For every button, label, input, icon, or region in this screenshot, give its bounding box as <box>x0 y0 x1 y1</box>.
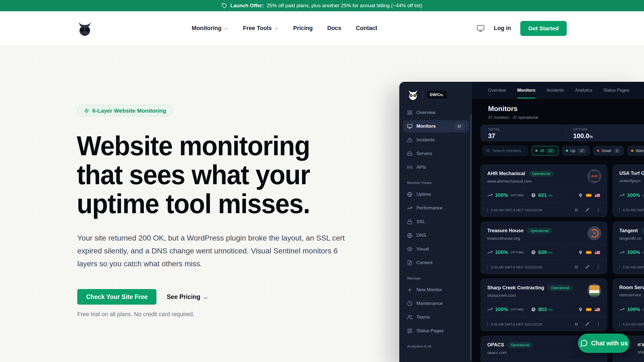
monitor-timestamp: 5:53 AM GMT-6 MDT 03/22/2026 <box>491 208 542 212</box>
kebab-menu-icon[interactable] <box>596 208 601 212</box>
sidebar-scrollbar[interactable] <box>470 114 471 360</box>
sidebar-item-ssl[interactable]: SSL <box>403 216 469 228</box>
usa-flag-icon <box>595 251 600 254</box>
stat-uptime-unit: % <box>589 134 593 139</box>
hero-title: Website monitoring that sees what your u… <box>77 131 310 218</box>
uptime-label: UPTIME <box>511 308 524 311</box>
pause-icon[interactable] <box>574 322 579 326</box>
sidebar-item-dns[interactable]: DNS <box>403 229 469 242</box>
timestamp-accent <box>487 265 488 269</box>
trending-up-icon <box>619 250 625 255</box>
sidebar-item-maintenance[interactable]: Maintenance <box>403 297 469 310</box>
tab-overview[interactable]: Overview <box>488 82 506 98</box>
monitor-card[interactable]: USA Turf Gu usaturfguy.c 100% UPTIME <box>613 164 644 217</box>
tag-icon <box>222 3 227 9</box>
main-navbar: Monitoring Free Tools Pricing Docs Conta… <box>0 11 644 46</box>
timestamp-accent <box>619 208 620 212</box>
sidebar-item-label: Overview <box>416 110 436 115</box>
tab-monitors[interactable]: Monitors <box>517 82 536 98</box>
monitor-card[interactable]: AHR Mechanical Operational www.ahrmechan… <box>481 164 607 217</box>
check-site-button[interactable]: Check Your Site Free <box>77 289 156 305</box>
edit-pencil-icon[interactable] <box>585 322 590 326</box>
nav-docs[interactable]: Docs <box>327 25 341 32</box>
monitor-cards-grid: AHR Mechanical Operational www.ahrmechan… <box>481 164 644 362</box>
kebab-menu-icon[interactable] <box>596 322 601 326</box>
sidebar-item-incidents[interactable]: Incidents <box>403 134 469 146</box>
sidebar-item-new-monitor[interactable]: New Monitor <box>403 284 469 296</box>
hero-cta-row: Check Your Site Free See Pricing → <box>77 289 208 305</box>
hero-badge-label: 6-Layer Website Monitoring <box>92 108 166 114</box>
sidebar-item-uptime[interactable]: Uptime <box>403 188 469 201</box>
nav-pricing[interactable]: Pricing <box>293 25 313 32</box>
monitor-url: usaturfguy.c <box>619 178 644 183</box>
sidebar-nav: Overview Monitors 37 Incidents Servers A… <box>400 103 472 348</box>
sidebar-item-servers[interactable]: Servers <box>403 147 469 160</box>
avatar-text: H <box>590 229 599 238</box>
monitor-card[interactable]: Tangent Operational tangentfc.co 100% UP… <box>613 221 644 274</box>
brand-logo[interactable] <box>77 21 92 36</box>
sidebar-item-label: SSL <box>416 219 425 224</box>
monitor-card[interactable]: Treasure House Operational treasurehouse… <box>481 221 607 274</box>
stat-uptime: UPTIME 100.0% <box>566 125 644 141</box>
uptime-label: UPTIME <box>643 194 644 197</box>
pause-icon[interactable] <box>574 265 579 269</box>
see-pricing-link[interactable]: See Pricing → <box>167 293 208 301</box>
filter-chip-warn[interactable]: Warn 0 <box>627 146 644 156</box>
search-input[interactable] <box>493 149 525 153</box>
edit-pencil-icon[interactable] <box>585 208 590 212</box>
response-value: 639 <box>538 249 547 255</box>
tab-status-pages[interactable]: Status Pages <box>603 82 629 98</box>
monitor-url: treasurehouse.org <box>487 236 601 241</box>
get-started-button[interactable]: Get Started <box>520 21 567 36</box>
uptime-value: 100% <box>627 192 640 198</box>
sidebar-item-label: New Monitor <box>416 287 442 293</box>
sidebar-item-content[interactable]: Content <box>403 257 469 269</box>
filter-chip-up[interactable]: Up 37 <box>562 146 590 156</box>
summary-stats-card: TOTAL 37 UPTIME 100.0% <box>481 125 644 141</box>
nav-monitoring[interactable]: Monitoring <box>192 25 228 32</box>
filter-label: All <box>540 149 544 153</box>
sidebar-item-monitors[interactable]: Monitors 37 <box>403 120 469 132</box>
stat-total-label: TOTAL <box>488 128 566 131</box>
monitor-name: Tangent <box>619 228 638 234</box>
filter-chip-all[interactable]: All 37 <box>532 146 559 156</box>
sidebar-item-label: Status Pages <box>416 328 444 334</box>
page-subtitle: 37 monitors · 37 operational <box>488 115 644 120</box>
response-value: 803 <box>538 306 547 312</box>
tab-incidents[interactable]: Incidents <box>547 82 564 98</box>
sidebar-item-visual[interactable]: Visual <box>403 243 469 255</box>
login-link[interactable]: Log in <box>494 25 511 32</box>
monitor-name: Treasure House <box>487 228 524 234</box>
trending-up-icon <box>619 193 625 198</box>
sidebar-item-teams[interactable]: Teams <box>403 311 469 323</box>
timestamp-accent <box>487 322 488 326</box>
monitor-url: sharpcreek.com <box>487 293 601 298</box>
dashboard-brand: DW/Co. <box>400 82 472 103</box>
search-box[interactable] <box>482 146 528 156</box>
stat-total-value: 37 <box>488 132 566 140</box>
kebab-menu-icon[interactable] <box>596 265 601 269</box>
chat-with-us-button[interactable]: Chat with us <box>578 334 630 353</box>
sidebar-section-analytics: Analytics & AI <box>403 344 469 348</box>
nav-free-tools[interactable]: Free Tools <box>243 25 279 32</box>
monitor-timestamp: 5:53 AM GMT-6 MDT 03/22/2026 <box>623 265 644 269</box>
monitor-card[interactable]: Sharp Creek Contracting Operational shar… <box>481 279 607 331</box>
bolt-icon <box>84 108 89 113</box>
sidebar-item-overview[interactable]: Overview <box>403 106 469 119</box>
nav-contact[interactable]: Contact <box>356 25 377 32</box>
clock-icon <box>407 301 412 306</box>
owl-logo-icon <box>77 21 92 36</box>
monitor-card[interactable]: Room Servic roomservice 100% UPTIME <box>613 279 644 331</box>
sidebar-item-performance[interactable]: Performance <box>403 202 469 214</box>
display-icon[interactable] <box>477 24 485 32</box>
sidebar-item-apis[interactable]: APIs <box>403 161 469 173</box>
sidebar-item-label: APIs <box>416 165 426 170</box>
filter-chip-down[interactable]: Down 0 <box>593 146 624 156</box>
pause-icon[interactable] <box>574 208 579 212</box>
monitor-timestamp: 5:53 AM GMT-6 MDT 03/22/2026 <box>623 208 644 212</box>
tab-analytics[interactable]: Analytics <box>575 82 592 98</box>
sidebar-item-status-pages[interactable]: Status Pages <box>403 325 469 337</box>
monitor-url: shealt <box>638 350 644 354</box>
edit-pencil-icon[interactable] <box>585 265 590 269</box>
filter-row: All 37 Up 37 Down 0 Warn 0 <box>482 146 644 156</box>
